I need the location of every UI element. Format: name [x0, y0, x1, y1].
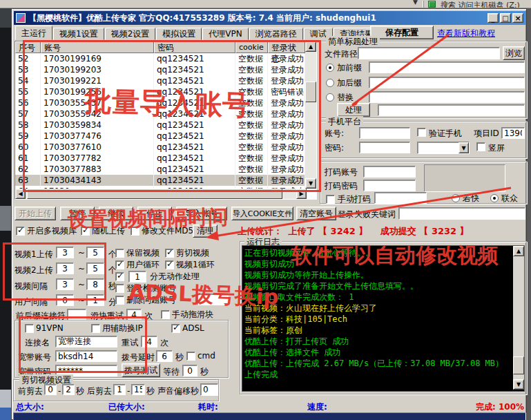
log-line: 视频窗口取文件完成次数： 1 — [244, 292, 522, 303]
tab-main-run[interactable]: 主运行 — [15, 26, 52, 40]
scroll-down-icon[interactable]: ▼ — [513, 379, 524, 390]
log-line: 优酷上传：打开上传页 成功 — [244, 336, 522, 347]
browse-button[interactable]: 浏览 — [503, 46, 525, 60]
user-loop-label[interactable]: 用户循环 — [126, 260, 160, 269]
fail-keywords-input[interactable] — [398, 207, 525, 220]
video1-loop-checkbox[interactable] — [165, 260, 174, 269]
tab-browser-path[interactable]: 浏览器路径 — [249, 28, 303, 40]
clear-accounts-button[interactable]: 清空账号 — [296, 207, 336, 220]
suffix-label[interactable]: 加后缀 — [337, 78, 362, 88]
cmd-label[interactable]: cmd — [197, 351, 215, 361]
file-path-label: 文件路径 — [325, 49, 358, 59]
sec-unit: 秒 — [76, 386, 84, 396]
progress-bar — [13, 412, 526, 420]
project-id-input[interactable] — [501, 127, 525, 139]
dropdown-arrow-icon[interactable]: ▼ — [458, 142, 469, 153]
manual-drag-label[interactable]: 手动拖滑块 — [172, 309, 213, 319]
keep-video-label[interactable]: 保留视频 — [126, 248, 160, 258]
wait-input[interactable] — [182, 365, 197, 376]
log-line: 视频剪切成功等待开始上传操作。 — [244, 269, 522, 280]
log-line: 视频剪切完成了准备开始文件上传信息填写。。 — [244, 280, 522, 292]
import-cookie-button[interactable]: 导入COOKIE文件 — [231, 207, 293, 220]
front-cut-to-input[interactable] — [62, 384, 75, 395]
keep-video-checkbox[interactable] — [115, 249, 124, 258]
delete-bad-checkbox[interactable] — [115, 296, 124, 305]
captcha-account-input[interactable] — [363, 166, 416, 178]
mobile-password-input[interactable] — [359, 142, 410, 153]
verify-phone-label[interactable]: 验证手机 — [429, 128, 462, 138]
captcha-group: 打码账号 打码密码 手动打码 若快 联众 — [320, 161, 527, 204]
captcha-password-input[interactable] — [363, 180, 416, 191]
back-cut-from-input[interactable] — [113, 384, 126, 395]
adsl-checkbox[interactable] — [171, 324, 180, 333]
back-cut-to-input[interactable] — [131, 384, 145, 395]
process-input[interactable] — [378, 104, 525, 116]
replace-radio[interactable] — [326, 93, 334, 102]
adsl-label[interactable]: ADSL — [182, 323, 204, 333]
ruokuai-radio[interactable] — [452, 194, 460, 202]
front-cut-from-input[interactable] — [44, 384, 57, 395]
manual-captcha-checkbox[interactable] — [326, 195, 335, 204]
title-bar[interactable]: 【黑樱桃软件】优酷上传专家 官方QQ:417553289 版本号: 7.4 当前… — [14, 11, 525, 25]
cut-video-label[interactable]: 剪切视频 — [176, 248, 209, 258]
portrait-checkbox[interactable] — [476, 142, 485, 151]
multi-library-checkbox[interactable] — [16, 227, 25, 236]
cmd-checkbox[interactable] — [186, 352, 195, 361]
start-upload-button[interactable]: 开始上传 — [15, 207, 56, 220]
view-new-version-link[interactable]: 查看新版和教程 — [437, 28, 495, 39]
dial-delay-input[interactable] — [156, 350, 173, 362]
maximize-button[interactable]: □ — [500, 13, 511, 23]
lianzhong-label[interactable]: 联众 — [501, 193, 518, 203]
complete-value: 100% — [499, 402, 524, 412]
prefix-input[interactable] — [369, 61, 525, 73]
desktop-search-text[interactable]: 搜索 访问主机磁盘 (Z:) — [441, 0, 520, 8]
manual-captcha-label[interactable]: 手动打码 — [338, 194, 371, 204]
idle-checkbox[interactable] — [115, 272, 124, 281]
dial-retry-unit: 次 — [160, 338, 168, 347]
minimize-button[interactable]: _ — [487, 13, 499, 23]
tab-video2-settings[interactable]: 视频2设置 — [105, 28, 156, 40]
video1-loop-label[interactable]: 视频1循环 — [176, 260, 215, 269]
replace-label[interactable]: 替换 — [337, 93, 354, 102]
login-check-checkbox[interactable] — [115, 284, 124, 293]
portrait-label[interactable]: 竖屏 — [488, 143, 505, 153]
screen: ▼ 搜索 访问主机磁盘 (Z:) 【黑樱桃软件】优酷上传专家 官方QQ:4175… — [0, 0, 531, 420]
captcha-account-label: 打码账号 — [325, 167, 358, 177]
replace-input[interactable] — [369, 91, 525, 103]
console-vscrollbar[interactable]: ▲ ▼ — [513, 246, 524, 390]
cut-video-checkbox[interactable] — [165, 249, 174, 258]
stats-uploaded-label: 上传了 — [289, 226, 316, 236]
manual-drag-checkbox[interactable] — [161, 310, 170, 319]
verify-phone-checkbox[interactable] — [417, 128, 426, 137]
user-loop-checkbox[interactable] — [115, 260, 124, 269]
dash: - — [58, 386, 61, 396]
audio-offset-input[interactable] — [200, 383, 218, 396]
elapsed-label: 耗时: — [198, 401, 218, 413]
left-strip-segment — [0, 408, 11, 420]
suffix-radio[interactable] — [326, 79, 334, 87]
process-button[interactable]: 处理 — [337, 103, 370, 117]
tab-proxy-vpn[interactable]: 代理VPN — [202, 28, 248, 40]
stats-uploaded-value: 【 3242 】 — [318, 226, 367, 236]
chevron-down-icon[interactable]: ▼ — [413, 0, 418, 6]
scroll-up-icon[interactable]: ▲ — [513, 246, 524, 256]
annotation-rect-adsl — [19, 316, 147, 373]
file-path-input[interactable] — [358, 47, 500, 59]
close-button[interactable]: × — [512, 13, 523, 23]
log-line: 优酷上传：上传完成 2.67 MB/s（已上传：37.08 MB/37.08 M… — [244, 358, 522, 369]
ruokuai-label[interactable]: 若快 — [463, 193, 479, 203]
suffix-input[interactable] — [369, 77, 525, 88]
mobile-platform-group: 手机平台 账号: 验证手机 项目ID 密码: ▼ 竖屏 — [320, 121, 527, 158]
tab-simulate-settings[interactable]: 模拟设置 — [156, 28, 202, 40]
manual-captcha-input[interactable] — [374, 192, 427, 204]
mobile-account-input[interactable] — [359, 127, 410, 139]
annotation-adsl-redial: ADSL拨号换ip — [128, 278, 279, 312]
lianzhong-radio[interactable] — [490, 194, 499, 202]
drive-icon — [428, 1, 436, 8]
stats-submitted-label: 成功提交 — [380, 226, 416, 236]
annotation-import-accounts: 批量导入账号 — [84, 82, 250, 124]
prefix-radio[interactable] — [326, 64, 334, 72]
tab-video1-settings[interactable]: 视频1设置 — [53, 28, 104, 40]
console-scroll-thumb[interactable] — [513, 356, 524, 374]
prefix-label[interactable]: 加前缀 — [337, 63, 362, 73]
